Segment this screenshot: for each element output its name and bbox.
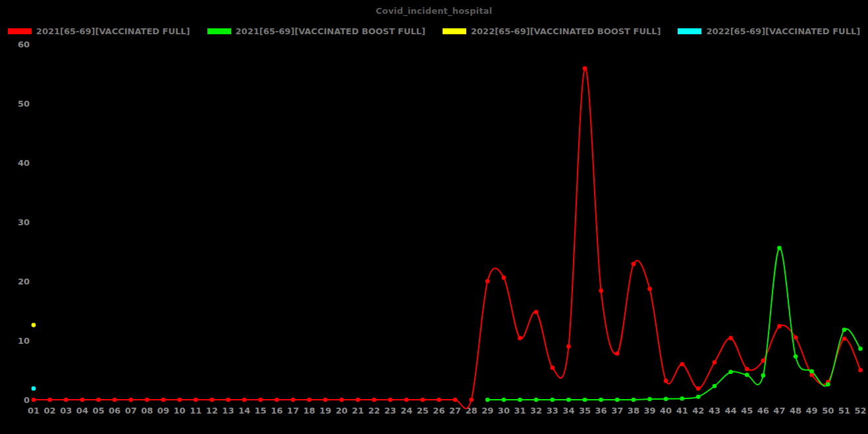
x-axis-tick-label: 50 [822, 406, 834, 416]
x-axis-tick-label: 45 [741, 406, 753, 416]
data-point-series-0 [551, 366, 555, 370]
data-point-series-1 [745, 373, 749, 377]
x-axis-tick-label: 36 [595, 406, 607, 416]
data-point-series-1 [680, 396, 684, 401]
data-point-series-0 [404, 398, 409, 402]
data-point-series-0 [777, 324, 782, 329]
data-point-series-0 [161, 398, 166, 402]
y-axis-tick-label: 0 [24, 395, 30, 405]
x-axis-tick-label: 49 [806, 406, 818, 416]
x-axis-tick-label: 09 [157, 406, 169, 416]
data-point-series-0 [615, 352, 620, 356]
y-axis-tick-label: 60 [18, 40, 30, 49]
data-point-series-2 [32, 323, 36, 327]
data-point-series-0 [696, 387, 701, 391]
x-axis-tick-label: 44 [725, 406, 737, 416]
y-axis-tick-label: 10 [18, 336, 30, 346]
data-point-series-0 [177, 398, 182, 402]
data-point-series-0 [518, 336, 522, 340]
data-point-series-0 [469, 398, 474, 402]
data-point-series-1 [615, 398, 620, 402]
data-point-series-1 [583, 398, 587, 402]
data-point-series-0 [502, 275, 506, 280]
x-axis-tick-label: 15 [255, 406, 267, 416]
x-axis-tick-label: 23 [385, 406, 396, 416]
x-axis-tick-label: 25 [417, 406, 429, 416]
y-axis-tick-label: 40 [18, 158, 30, 168]
data-point-series-1 [809, 369, 814, 374]
data-point-series-0 [566, 344, 571, 349]
data-point-series-1 [761, 373, 766, 378]
x-axis-tick-label: 28 [466, 406, 477, 416]
data-point-series-0 [858, 368, 863, 373]
data-point-series-0 [210, 398, 215, 402]
x-axis-tick-label: 10 [174, 406, 186, 416]
data-point-series-1 [826, 382, 830, 387]
data-point-series-0 [534, 310, 539, 315]
x-axis-tick-label: 27 [449, 406, 461, 416]
data-point-series-0 [632, 262, 636, 267]
x-axis-tick-label: 35 [579, 406, 591, 416]
x-axis-tick-label: 41 [676, 406, 688, 416]
data-point-series-1 [858, 346, 863, 351]
x-axis-tick-label: 32 [530, 406, 542, 416]
data-point-series-0 [356, 398, 360, 402]
data-point-series-0 [47, 398, 52, 402]
series-line-0 [34, 68, 861, 408]
data-point-series-0 [437, 398, 441, 402]
plot-area: 0102030405060010203040506070809101112131… [0, 0, 868, 434]
x-axis-tick-label: 40 [660, 406, 672, 416]
data-point-series-0 [713, 360, 717, 365]
data-point-series-1 [777, 246, 782, 250]
x-axis-tick-label: 13 [222, 406, 234, 416]
data-point-series-0 [258, 398, 263, 402]
x-axis-tick-label: 26 [433, 406, 445, 416]
data-point-series-1 [518, 398, 522, 402]
data-point-series-0 [128, 398, 133, 402]
x-axis-tick-label: 30 [498, 406, 510, 416]
x-axis-tick-label: 51 [838, 406, 850, 416]
x-axis-tick-label: 38 [628, 406, 639, 416]
y-axis-tick-label: 20 [18, 277, 30, 286]
x-axis-tick-label: 18 [303, 406, 315, 416]
data-point-series-1 [502, 398, 506, 402]
data-point-series-0 [647, 286, 652, 291]
x-axis-tick-label: 16 [271, 406, 283, 416]
data-point-series-1 [551, 398, 555, 402]
x-axis-tick-label: 08 [141, 406, 153, 416]
x-axis-tick-label: 39 [643, 406, 655, 416]
x-axis-tick-label: 01 [28, 406, 40, 416]
x-axis-tick-label: 03 [60, 406, 72, 416]
data-point-series-0 [80, 398, 85, 402]
x-axis-tick-label: 34 [562, 406, 574, 416]
data-point-series-0 [842, 337, 847, 341]
data-point-series-3 [32, 387, 36, 391]
data-point-series-0 [583, 67, 587, 71]
x-axis-tick-label: 19 [319, 406, 331, 416]
data-point-series-1 [566, 398, 571, 402]
x-axis-tick-label: 47 [773, 406, 785, 416]
data-point-series-1 [534, 398, 539, 402]
data-point-series-0 [664, 379, 668, 383]
data-point-series-1 [728, 369, 733, 374]
x-axis-tick-label: 21 [352, 406, 364, 416]
x-axis-tick-label: 42 [692, 406, 704, 416]
x-axis-tick-label: 29 [481, 406, 493, 416]
data-point-series-0 [372, 398, 377, 402]
x-axis-tick-label: 12 [206, 406, 218, 416]
data-point-series-1 [842, 328, 847, 333]
x-axis-tick-label: 33 [547, 406, 558, 416]
x-axis-tick-label: 31 [514, 406, 526, 416]
data-point-series-1 [485, 398, 490, 402]
x-axis-tick-label: 46 [757, 406, 769, 416]
chart-root: Covid_incident_hospital 2021[65-69][VACC… [0, 0, 868, 434]
data-point-series-0 [761, 358, 766, 363]
data-point-series-1 [647, 397, 652, 402]
data-point-series-0 [323, 398, 328, 402]
data-point-series-0 [275, 398, 279, 402]
x-axis-tick-label: 37 [611, 406, 623, 416]
x-axis-tick-label: 06 [109, 406, 121, 416]
data-point-series-0 [226, 398, 231, 402]
data-point-series-0 [242, 398, 247, 402]
x-axis-tick-label: 11 [190, 406, 202, 416]
